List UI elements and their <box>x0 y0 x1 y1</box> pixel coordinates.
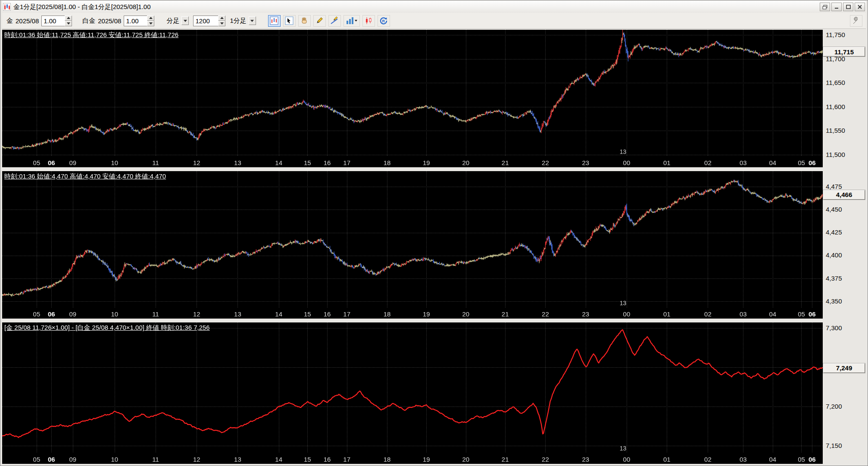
candle-style-icon[interactable] <box>362 15 375 27</box>
pan-tool-icon[interactable] <box>298 15 311 27</box>
minimize-button[interactable] <box>831 3 842 11</box>
y-tick-label: 4,375 <box>826 275 842 282</box>
time-label: 13 <box>234 159 241 166</box>
time-label: 21 <box>502 456 509 463</box>
gold-canvas <box>2 30 823 167</box>
time-label: 09 <box>69 310 76 318</box>
time-label: 01 <box>663 310 671 318</box>
wrench-icon[interactable] <box>850 15 862 27</box>
svg-text:R: R <box>382 19 385 23</box>
spread-plot[interactable]: [金 25/08 11,726×1.00] - [白金 25/08 4,470×… <box>2 322 823 464</box>
gold-ratio-down-button[interactable] <box>65 21 72 26</box>
gold-plot[interactable]: 時刻:01:36 始値:11,725 高値:11,726 安値:11,725 終… <box>2 30 823 167</box>
chart-mode-icon[interactable] <box>268 15 281 27</box>
time-label: 03 <box>740 310 747 318</box>
time-label: 17 <box>343 456 350 463</box>
date-marker: 13 <box>620 148 627 155</box>
time-label: 04 <box>769 456 777 463</box>
time-label: 11 <box>152 159 159 166</box>
y-tick-label: 7,300 <box>826 324 842 332</box>
date-marker: 13 <box>620 300 627 306</box>
app-icon <box>3 3 11 11</box>
indicator-menu-icon[interactable] <box>343 15 360 27</box>
platinum-plot[interactable]: 時刻:01:36 始値:4,470 高値:4,470 安値:4,470 終値:4… <box>2 171 823 319</box>
gold-symbol-label: 金 <box>6 17 13 25</box>
time-label: 01 <box>663 456 671 463</box>
time-label: 12 <box>193 310 200 318</box>
platinum-ratio-input[interactable] <box>124 16 147 26</box>
platinum-ratio-spinner <box>124 16 154 26</box>
y-tick-label: 11,500 <box>826 151 845 158</box>
gold-last-price: 11,715 <box>823 47 865 56</box>
time-label: 23 <box>582 310 589 318</box>
window-controls <box>820 3 865 11</box>
platinum-ratio-up-button[interactable] <box>147 16 154 21</box>
time-label: 10 <box>111 310 119 318</box>
time-label: 19 <box>423 159 430 166</box>
time-label: 09 <box>69 456 76 463</box>
maximize-button[interactable] <box>843 3 853 11</box>
time-label: 19 <box>423 456 430 463</box>
gold-ratio-up-button[interactable] <box>65 16 72 21</box>
time-label: 17 <box>343 159 350 166</box>
platinum-y-axis: 4,466 4,4754,4504,4254,4004,3754,350 <box>823 171 866 319</box>
time-label: 01 <box>663 159 671 166</box>
time-label: 04 <box>769 310 777 318</box>
bar-count-spinner <box>193 16 225 26</box>
platinum-month-label: 2025/08 <box>98 17 121 25</box>
time-label: 23 <box>582 159 589 166</box>
time-label: 18 <box>384 159 391 166</box>
gold-time-axis: 0506091011121314151617181920212223000102… <box>2 159 823 166</box>
gold-ratio-spinner <box>41 16 72 26</box>
time-label: 16 <box>324 310 331 318</box>
time-label: 06 <box>809 310 816 318</box>
time-label: 05 <box>33 159 41 166</box>
y-tick-label: 7,150 <box>826 442 842 449</box>
time-label: 06 <box>48 159 55 166</box>
period-type-dropdown[interactable]: 分足 <box>165 16 190 26</box>
spread-last-price: 7,249 <box>823 363 865 373</box>
platinum-ratio-down-button[interactable] <box>147 21 154 26</box>
bar-count-up-button[interactable] <box>218 16 225 21</box>
chart-area: 時刻:01:36 始値:11,725 高値:11,726 安値:11,725 終… <box>2 29 866 464</box>
time-label: 18 <box>384 310 391 318</box>
time-label: 14 <box>275 456 282 463</box>
time-label: 00 <box>623 456 631 463</box>
time-label: 06 <box>809 159 816 166</box>
time-label: 15 <box>304 456 311 463</box>
time-label: 13 <box>234 456 241 463</box>
platinum-last-price: 4,466 <box>823 190 865 200</box>
time-label: 18 <box>384 456 391 463</box>
spread-chart-panel: [金 25/08 11,726×1.00] - [白金 25/08 4,470×… <box>2 322 866 464</box>
time-label: 15 <box>304 310 311 318</box>
gold-ratio-input[interactable] <box>41 16 65 26</box>
time-label: 06 <box>48 310 55 318</box>
time-label: 23 <box>582 456 589 463</box>
chevron-down-icon[interactable] <box>249 16 256 25</box>
pencil-tool-icon[interactable] <box>313 15 326 27</box>
interval-dropdown[interactable]: 1分足 <box>228 16 257 26</box>
reload-icon[interactable]: R <box>378 15 390 27</box>
time-label: 20 <box>462 456 469 463</box>
y-tick-label: 4,475 <box>826 183 842 190</box>
close-button[interactable] <box>855 3 865 11</box>
spread-time-axis: 0506091011121314151617181920212223000102… <box>2 455 823 463</box>
line-draw-tool-icon[interactable] <box>328 15 341 27</box>
title-bar: 金1分足[2025/08]1.00 - 白金1分足[2025/08]1.00 <box>2 1 866 13</box>
chevron-down-icon[interactable] <box>181 16 189 25</box>
y-tick-label: 11,750 <box>826 31 845 38</box>
time-label: 03 <box>740 159 747 166</box>
time-label: 05 <box>798 310 805 318</box>
time-label: 02 <box>704 159 712 166</box>
platinum-canvas <box>2 171 823 319</box>
gold-month-label: 2025/08 <box>16 17 39 25</box>
time-label: 06 <box>48 456 55 463</box>
bar-count-input[interactable] <box>193 16 218 26</box>
select-tool-icon[interactable] <box>283 15 296 27</box>
y-tick-label: 11,650 <box>826 79 845 86</box>
time-label: 11 <box>152 310 159 318</box>
bar-count-down-button[interactable] <box>218 21 225 26</box>
restore-down-button[interactable] <box>820 3 830 11</box>
time-label: 22 <box>542 456 549 463</box>
date-marker: 13 <box>620 445 627 452</box>
